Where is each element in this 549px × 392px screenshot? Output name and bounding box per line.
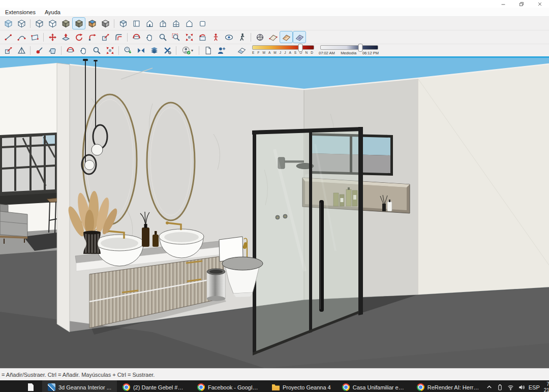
trash-bin[interactable]	[207, 269, 225, 301]
language-indicator[interactable]: ESP	[529, 384, 540, 390]
display-section-cuts-button[interactable]	[280, 31, 293, 43]
plugin-bend-button[interactable]	[134, 45, 147, 56]
arc-tool-button[interactable]	[15, 31, 28, 43]
scale-tool-button[interactable]	[99, 31, 112, 43]
shadow-month-slider[interactable]: EFMAMJJASOND	[252, 45, 314, 54]
walk-tool-button[interactable]	[235, 31, 249, 43]
hidden-line-style-button[interactable]	[46, 17, 59, 29]
shadow-time-slider[interactable]: 07:02 AM Mediodía 06:12 PM	[320, 45, 379, 55]
pan-tool-button-2[interactable]	[77, 45, 90, 56]
taskbar-item[interactable]	[22, 380, 42, 392]
title-bar	[0, 0, 549, 8]
line-tool-button[interactable]	[2, 31, 15, 43]
viewport[interactable]	[0, 58, 549, 368]
separator	[61, 46, 62, 55]
plugin-weld-button[interactable]	[161, 45, 174, 56]
app-icon	[417, 383, 424, 391]
wifi-icon[interactable]	[507, 384, 514, 390]
wireframe-style-button[interactable]	[33, 17, 46, 29]
separator	[30, 19, 30, 28]
pan-tool-button[interactable]	[143, 31, 156, 43]
orbit-tool-button-2[interactable]	[64, 45, 77, 56]
zoom-window-button[interactable]	[169, 31, 182, 43]
top-view-button[interactable]	[130, 17, 143, 29]
month-slider-bar[interactable]	[252, 45, 314, 50]
taskbar-item[interactable]: Casa Unifamiliar en...	[337, 380, 411, 392]
time-slider-bar[interactable]	[320, 45, 378, 50]
rotate-tool-button[interactable]	[72, 31, 85, 43]
plugin-layers-button[interactable]	[147, 45, 161, 56]
time-labels: 07:02 AM Mediodía 06:12 PM	[319, 50, 379, 55]
left-view-button[interactable]	[182, 17, 196, 29]
add-collaborator-button[interactable]	[215, 45, 228, 56]
app-icon	[342, 383, 350, 391]
extensions-shadows-toolbar: ▾ EFMAMJJASOND 07:02 AM Mediodía 06:12 P…	[0, 44, 549, 56]
minimize-button[interactable]	[494, 0, 512, 8]
zoom-tool-button[interactable]	[156, 31, 169, 43]
wall-edge-strip	[57, 63, 70, 332]
shaded-textures-style-button[interactable]	[72, 17, 85, 29]
time-slider-handle[interactable]	[358, 44, 363, 52]
account-menu-button[interactable]: ▾	[178, 45, 197, 56]
zoom-extents-button-2[interactable]	[103, 45, 116, 56]
separator	[199, 46, 199, 55]
look-around-button[interactable]	[222, 31, 235, 43]
taskbar-item[interactable]: Proyecto Geanna 4	[266, 380, 337, 392]
right-view-button[interactable]	[156, 17, 169, 29]
taskbar-clock[interactable]: 7:06 a. m. 21/04/2026	[544, 381, 549, 392]
background-window[interactable]	[0, 133, 57, 205]
time-noon-label: Mediodía	[341, 51, 356, 55]
push-pull-tool-button[interactable]	[59, 31, 72, 43]
mirror-right[interactable]	[147, 103, 195, 220]
move-tool-button[interactable]	[46, 31, 59, 43]
chevron-down-icon: ▾	[191, 48, 193, 53]
restore-button[interactable]	[512, 0, 531, 8]
taskbar-item[interactable]: (2) Dante Gebel #94...	[117, 380, 192, 392]
front-view-button[interactable]	[143, 17, 156, 29]
iso-view-button[interactable]	[116, 17, 130, 29]
offset-tool-button[interactable]	[112, 31, 125, 43]
menu-ayuda[interactable]: Ayuda	[45, 9, 60, 15]
time-start-label: 07:02 AM	[319, 51, 335, 55]
shower-door-handle[interactable]	[319, 200, 324, 312]
shaded-style-button[interactable]	[59, 17, 72, 29]
eraser-tool-button[interactable]	[235, 45, 248, 56]
taskbar-item[interactable]: ReRender AI: Herra...	[411, 380, 486, 392]
previous-view-button[interactable]	[196, 31, 209, 43]
position-camera-button[interactable]	[209, 31, 222, 43]
speaker-icon[interactable]	[518, 384, 525, 390]
new-document-button[interactable]	[201, 45, 215, 56]
right-wall[interactable]	[418, 64, 549, 295]
plugin-zoom-box-button[interactable]	[121, 45, 134, 56]
follow-me-tool-button[interactable]	[85, 31, 99, 43]
bottom-view-button[interactable]	[196, 17, 209, 29]
scale-tool-button-2[interactable]	[2, 45, 15, 56]
month-slider-handle[interactable]	[298, 44, 302, 52]
paint-bucket-button[interactable]	[46, 45, 59, 56]
time-end-label: 06:12 PM	[362, 51, 379, 55]
color-by-tag-style-button[interactable]	[85, 17, 99, 29]
display-section-fill-button[interactable]	[293, 31, 306, 43]
xray-style-button[interactable]	[2, 17, 15, 29]
monochrome-style-button[interactable]	[99, 17, 112, 29]
separator	[43, 33, 44, 42]
zoom-extents-button[interactable]	[182, 31, 196, 43]
shadows-toolbar: EFMAMJJASOND 07:02 AM Mediodía 06:12 PM	[252, 45, 379, 55]
app-icon	[272, 383, 280, 391]
back-view-button[interactable]	[169, 17, 182, 29]
battery-icon[interactable]	[497, 384, 503, 390]
rectangle-tool-button[interactable]	[28, 31, 41, 43]
taskbar-item[interactable]: Facebook - Google ...	[192, 380, 266, 392]
zoom-tool-button-2[interactable]	[90, 45, 103, 56]
system-tray: ESP 7:06 a. m. 21/04/2026	[486, 380, 549, 392]
axes-tool-button[interactable]	[15, 45, 28, 56]
orbit-tool-button[interactable]	[130, 31, 143, 43]
menu-extensiones[interactable]: Extensiones	[5, 9, 36, 15]
section-plane-button[interactable]	[253, 31, 266, 43]
back-edges-style-button[interactable]	[15, 17, 28, 29]
taskbar-item[interactable]: 3d Geanna Interior ...	[42, 380, 117, 392]
chevron-up-icon[interactable]	[486, 384, 493, 390]
display-section-planes-button[interactable]	[266, 31, 280, 43]
sample-paint-button[interactable]	[33, 45, 46, 56]
close-button[interactable]	[531, 0, 549, 8]
